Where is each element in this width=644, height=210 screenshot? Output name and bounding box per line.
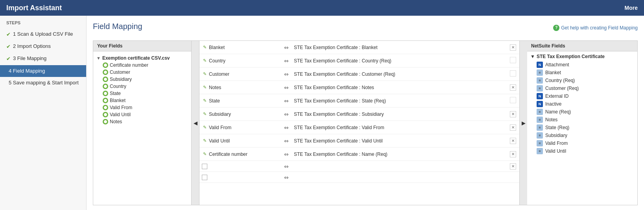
remove-mapping-icon[interactable]: ✕ (510, 151, 516, 157)
field-item: Subsidiary (96, 76, 188, 83)
remove-mapping-icon[interactable]: ✕ (510, 84, 516, 91)
arrow-empty-2: ⇔ (280, 174, 292, 181)
sidebar-step-4[interactable]: 4 Field Mapping (0, 65, 86, 77)
ns-field-icon: N (537, 101, 543, 107)
checkmark-icon-3: ✔ (6, 55, 11, 62)
sidebar-step-3[interactable]: ✔ 3 File Mapping (0, 53, 86, 65)
ns-field-label: External ID (545, 93, 568, 99)
mapping-arrow: ⇔ (280, 44, 292, 51)
help-link[interactable]: ? Get help with creating Field Mapping (553, 25, 638, 31)
remove-mapping-icon[interactable]: ✕ (510, 111, 516, 117)
mapping-arrow: ⇔ (280, 111, 292, 117)
ns-group-expand-icon: ▼ (530, 54, 535, 59)
field-label: Customer (110, 69, 130, 75)
ns-field-label: State (Req) (545, 125, 569, 130)
more-button[interactable]: More (625, 5, 638, 11)
step-1-label: 1 Scan & Upload CSV File (13, 31, 80, 38)
sidebar-step-2[interactable]: ✔ 2 Import Options (0, 40, 86, 53)
mapping-left-label: Blanket (209, 45, 225, 50)
field-bullet-icon (103, 119, 108, 124)
edit-icon[interactable]: ✎ (202, 71, 207, 77)
ns-field-item[interactable]: ≡ Valid From (527, 139, 637, 147)
mapping-left-cell: ✎ Subsidiary (202, 111, 280, 117)
edit-icon[interactable]: ✎ (202, 45, 207, 50)
edit-icon[interactable]: ✎ (202, 125, 207, 130)
edit-icon[interactable]: ✎ (202, 98, 207, 104)
netsuite-content: ▼ STE Tax Exemption Certificate N Attach… (527, 51, 637, 155)
mapping-close-cell (509, 97, 517, 104)
remove-mapping-placeholder (510, 70, 516, 77)
edit-icon[interactable]: ✎ (202, 152, 207, 157)
mapping-close-cell: ✕ (509, 124, 517, 131)
field-item: Valid Until (96, 111, 188, 118)
ns-field-item[interactable]: ≡ Subsidiary (527, 131, 637, 139)
mapping-right-label: STE Tax Exemption Certificate : Valid Un… (292, 138, 509, 144)
mapping-left-cell: ✎ Blanket (202, 45, 280, 50)
mapping-right-label: STE Tax Exemption Certificate : Country … (292, 58, 509, 64)
ns-field-icon: N (537, 62, 543, 68)
edit-icon[interactable]: ✎ (202, 58, 207, 64)
remove-mapping-placeholder (510, 97, 516, 103)
mapping-left-label: Customer (209, 71, 229, 77)
mapping-arrow: ⇔ (280, 98, 292, 104)
mapping-left-cell: ✎ Valid From (202, 125, 280, 130)
ns-field-label: Valid Until (545, 148, 566, 154)
ns-field-item[interactable]: ≡ Customer (Req) (527, 84, 637, 92)
help-link-text: Get help with creating Field Mapping (561, 25, 638, 31)
ns-field-item[interactable]: ≡ Notes (527, 116, 637, 124)
field-label: Valid Until (110, 112, 131, 117)
right-chevron-button[interactable]: ▶ (519, 41, 527, 205)
mapping-left-label: State (209, 98, 220, 104)
step-5-label: 5 Save mapping & Start Import (9, 79, 80, 86)
mapping-arrow: ⇔ (280, 58, 292, 64)
file-name: ▼ Exemption certificate CSV.csv (96, 55, 188, 62)
edit-icon[interactable]: ✎ (202, 85, 207, 90)
ns-field-label: Notes (545, 117, 557, 122)
ns-field-item[interactable]: N Attachment (527, 61, 637, 69)
mapping-left-cell: ✎ State (202, 98, 280, 104)
mapping-arrow: ⇔ (280, 151, 292, 157)
remove-mapping-icon[interactable]: ✕ (510, 44, 516, 51)
mapping-left-label: Valid From (209, 125, 231, 130)
edit-icon[interactable]: ✎ (202, 138, 207, 144)
remove-mapping-icon[interactable]: ✕ (510, 138, 516, 144)
ns-field-item[interactable]: ≡ Name (Req) (527, 108, 637, 116)
ns-field-icon: ≡ (537, 140, 543, 146)
ns-field-label: Country (Req) (545, 78, 575, 83)
mapping-close-cell: ✕ (509, 138, 517, 144)
field-bullet-icon (103, 98, 108, 103)
page-title: Field Mapping (93, 22, 142, 31)
ns-field-item[interactable]: N Inactive (527, 100, 637, 108)
field-label: Certificate number (110, 62, 148, 68)
field-bullet-icon (103, 112, 108, 117)
mapping-left-label: Valid Until (209, 138, 230, 144)
remove-mapping-icon[interactable]: ✕ (510, 124, 516, 131)
step-2-label: 2 Import Options (13, 43, 80, 50)
mapping-rows-area: ✎ Blanket ⇔ STE Tax Exemption Certificat… (199, 41, 519, 205)
ns-group-label: STE Tax Exemption Certificate (537, 54, 605, 59)
checkbox-2[interactable] (202, 175, 207, 180)
checkmark-icon-2: ✔ (6, 43, 11, 50)
field-item: Country (96, 83, 188, 90)
edit-icon[interactable]: ✎ (202, 111, 207, 117)
field-label: Country (110, 84, 126, 89)
ns-field-item[interactable]: ≡ Country (Req) (527, 77, 637, 84)
sidebar-step-1[interactable]: ✔ 1 Scan & Upload CSV File (0, 28, 86, 40)
checkbox-1[interactable] (202, 164, 207, 169)
ns-field-icon: ≡ (537, 132, 543, 139)
ns-field-icon: N (537, 93, 543, 99)
ns-field-item[interactable]: ≡ Valid Until (527, 147, 637, 155)
ns-field-item[interactable]: N External ID (527, 92, 637, 100)
field-label: Subsidiary (110, 77, 132, 82)
ns-field-item[interactable]: ≡ Blanket (527, 69, 637, 77)
your-fields-panel: Your Fields ▼ Exemption certificate CSV.… (93, 41, 192, 205)
step-3-label: 3 File Mapping (13, 55, 80, 62)
ns-field-label: Subsidiary (545, 133, 567, 138)
ns-field-item[interactable]: ≡ State (Req) (527, 124, 637, 131)
sidebar-step-5[interactable]: 5 Save mapping & Start Import (0, 77, 86, 89)
left-chevron-button[interactable]: ◀ (192, 41, 199, 205)
netsuite-header: NetSuite Fields (527, 41, 637, 51)
ns-field-icon: ≡ (537, 77, 543, 84)
mapping-right-label: STE Tax Exemption Certificate : State (R… (292, 98, 509, 104)
mapping-container: Your Fields ▼ Exemption certificate CSV.… (93, 40, 638, 205)
